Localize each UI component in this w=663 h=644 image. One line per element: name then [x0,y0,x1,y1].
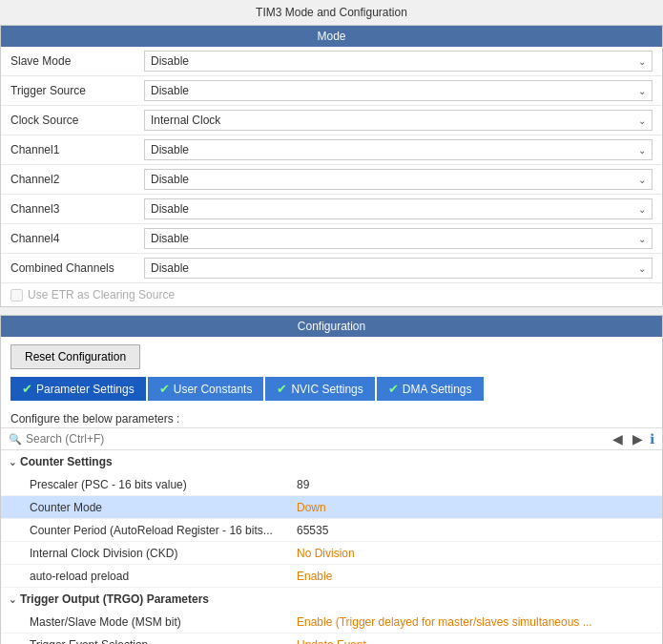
field-label: Clock Source [10,114,144,127]
search-input[interactable] [26,432,606,446]
param-value: 65535 [297,524,328,537]
etr-checkbox-row: Use ETR as Clearing Source [1,283,662,306]
chevron-down-icon: ⌄ [638,115,646,126]
field-value: Disable [151,232,638,245]
param-name: Master/Slave Mode (MSM bit) [30,615,297,629]
chevron-down-icon: ⌄ [638,204,646,215]
param-groups: ⌄Counter Settings Prescaler (PSC - 16 bi… [1,450,662,644]
group-header[interactable]: ⌄Trigger Output (TRGO) Parameters [1,588,662,611]
field-value: Disable [151,84,638,97]
tab[interactable]: ✔NVIC Settings [265,377,374,401]
search-icon: 🔍 [9,433,22,446]
next-arrow[interactable]: ▶ [630,431,646,447]
mode-fields: Slave Mode Disable ⌄ Trigger Source Disa… [1,47,662,283]
info-icon: ℹ [650,431,654,447]
param-value: Update Event [297,638,366,645]
chevron-down-icon: ⌄ [638,56,646,67]
chevron-down-icon: ⌄ [638,145,646,156]
tab-label: Parameter Settings [36,383,135,396]
form-row: Channel4 Disable ⌄ [1,224,662,254]
param-row[interactable]: Internal Clock Division (CKD) No Divisio… [1,542,662,565]
field-value: Disable [151,202,638,216]
tab[interactable]: ✔Parameter Settings [10,377,146,401]
field-value: Disable [151,143,638,156]
param-name: Internal Clock Division (CKD) [30,547,297,560]
field-label: Channel3 [10,202,144,216]
field-label: Channel2 [10,173,144,186]
field-select[interactable]: Disable ⌄ [144,51,653,72]
form-row: Channel1 Disable ⌄ [1,135,662,165]
param-row[interactable]: auto-reload preload Enable [1,565,662,588]
mode-section: Mode Slave Mode Disable ⌄ Trigger Source… [0,25,663,307]
param-value: No Division [297,547,355,560]
page-title: TIM3 Mode and Configuration [0,0,663,25]
param-row[interactable]: Prescaler (PSC - 16 bits value) 89 [1,473,662,496]
field-select[interactable]: Internal Clock ⌄ [144,110,653,131]
tab-label: User Constants [174,383,253,396]
field-select[interactable]: Disable ⌄ [144,139,653,160]
tab[interactable]: ✔User Constants [148,377,264,401]
chevron-down-icon: ⌄ [9,594,16,605]
field-select[interactable]: Disable ⌄ [144,169,653,190]
field-select[interactable]: Disable ⌄ [144,198,653,219]
form-row: Channel2 Disable ⌄ [1,165,662,195]
chevron-down-icon: ⌄ [638,86,646,96]
field-value: Disable [151,261,638,275]
form-row: Clock Source Internal Clock ⌄ [1,106,662,135]
param-value: Enable (Trigger delayed for master/slave… [297,615,592,629]
config-section: Configuration Reset Configuration ✔Param… [0,315,663,644]
reset-button[interactable]: Reset Configuration [10,344,140,369]
tab-check-icon: ✔ [159,382,170,396]
form-row: Slave Mode Disable ⌄ [1,47,662,76]
param-row[interactable]: Master/Slave Mode (MSM bit) Enable (Trig… [1,611,662,634]
param-group: ⌄Trigger Output (TRGO) Parameters Master… [1,588,662,644]
field-value: Disable [151,173,638,186]
chevron-down-icon: ⌄ [638,234,646,244]
config-header: Configuration [1,316,662,337]
chevron-down-icon: ⌄ [638,175,646,185]
param-name: Counter Mode [30,501,297,514]
tab-label: DMA Settings [403,383,472,396]
configure-text: Configure the below parameters : [1,408,662,427]
field-select[interactable]: Disable ⌄ [144,258,653,279]
tabs-bar: ✔Parameter Settings✔User Constants✔NVIC … [1,377,662,408]
form-row: Channel3 Disable ⌄ [1,195,662,224]
param-value: Enable [297,570,332,583]
field-label: Slave Mode [10,54,144,68]
param-row[interactable]: Counter Mode Down [1,496,662,519]
group-name: Trigger Output (TRGO) Parameters [20,592,209,606]
group-header[interactable]: ⌄Counter Settings [1,450,662,473]
param-name: Prescaler (PSC - 16 bits value) [30,478,297,491]
field-value: Internal Clock [151,114,638,127]
tab-check-icon: ✔ [388,382,399,396]
field-label: Channel1 [10,143,144,156]
param-row[interactable]: Counter Period (AutoReload Register - 16… [1,519,662,542]
field-select[interactable]: Disable ⌄ [144,80,653,101]
form-row: Combined Channels Disable ⌄ [1,254,662,283]
tab-check-icon: ✔ [277,382,287,396]
chevron-down-icon: ⌄ [638,263,646,274]
mode-header: Mode [1,26,662,47]
tab-check-icon: ✔ [22,382,32,396]
param-name: auto-reload preload [30,570,297,583]
field-select[interactable]: Disable ⌄ [144,228,653,249]
param-value: 89 [297,478,309,491]
field-label: Trigger Source [10,84,144,97]
param-group: ⌄Counter Settings Prescaler (PSC - 16 bi… [1,450,662,588]
form-row: Trigger Source Disable ⌄ [1,76,662,106]
prev-arrow[interactable]: ◀ [610,431,626,447]
tab-label: NVIC Settings [291,383,363,396]
field-label: Channel4 [10,232,144,245]
field-value: Disable [151,54,638,68]
group-name: Counter Settings [20,455,113,468]
etr-label: Use ETR as Clearing Source [28,288,175,301]
param-name: Trigger Event Selection [30,638,297,645]
param-row[interactable]: Trigger Event Selection Update Event [1,634,662,644]
param-name: Counter Period (AutoReload Register - 16… [30,524,297,537]
chevron-down-icon: ⌄ [9,457,16,467]
tab[interactable]: ✔DMA Settings [377,377,484,401]
etr-checkbox[interactable] [10,289,23,301]
field-label: Combined Channels [10,261,144,275]
search-bar: 🔍 ◀ ▶ ℹ [1,427,662,450]
param-value: Down [297,501,326,514]
